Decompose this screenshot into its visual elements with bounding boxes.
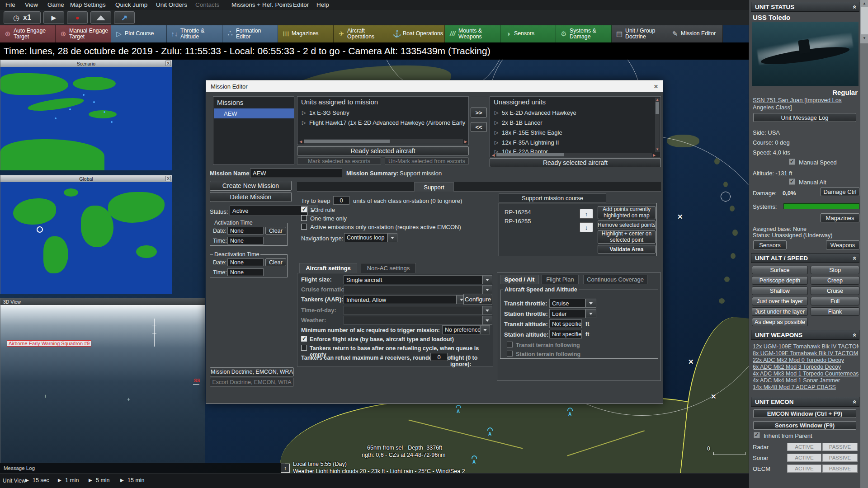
scenario-window[interactable]: Scenario X bbox=[0, 60, 172, 170]
unassigned-unit-item[interactable]: 18x F-15E Strike Eagle bbox=[502, 129, 562, 136]
active-emissions-checkbox[interactable] bbox=[301, 224, 307, 230]
transit-altitude-input[interactable]: Not specifie bbox=[549, 319, 582, 328]
record-button[interactable]: ● bbox=[67, 11, 88, 24]
reference-point-x[interactable]: ✕ bbox=[677, 213, 683, 221]
weapon-link[interactable]: 4x ADC Mk3 Mod 1 Torpedo Countermeasu bbox=[753, 371, 859, 377]
unassigned-unit-item[interactable]: 5x E-2D Advanced Hawkeye bbox=[502, 109, 576, 116]
collapse-icon[interactable]: » bbox=[849, 333, 857, 337]
menu-map-settings[interactable]: Map Settings bbox=[70, 1, 106, 8]
jump-button[interactable]: ↗ bbox=[114, 11, 135, 24]
throttle-cruise-button[interactable]: Cruise bbox=[811, 286, 859, 295]
mission-list-item-selected[interactable]: AEW bbox=[214, 108, 294, 118]
hscroll-left-icon[interactable]: ◀ bbox=[492, 153, 495, 157]
damage-ctrl-button[interactable]: Damage Ctrl bbox=[821, 187, 859, 196]
unit-class-link[interactable]: SSN 751 San Juan [Improved Los Angeles C… bbox=[753, 97, 855, 111]
validate-area-button[interactable]: Validate Area bbox=[598, 245, 656, 253]
play-button[interactable]: ▶ bbox=[43, 11, 64, 24]
reference-point-x[interactable]: ✕ bbox=[711, 393, 717, 401]
transit-throttle-dropdown[interactable]: Cruise bbox=[549, 299, 585, 308]
throttle-creep-button[interactable]: Creep bbox=[811, 276, 859, 285]
vscroll-track[interactable]: ▲ ▼ bbox=[655, 98, 660, 152]
throttle-altitude-button[interactable]: ↑↓Throttle & Altitude bbox=[167, 25, 222, 42]
layers-button[interactable] bbox=[90, 11, 111, 24]
hscroll-thumb[interactable] bbox=[496, 153, 564, 156]
tab-flight-plan[interactable]: Flight Plan bbox=[542, 275, 579, 284]
vscroll-down-icon[interactable]: ▼ bbox=[656, 147, 659, 151]
time-of-day-dropdown[interactable] bbox=[344, 306, 482, 315]
course-point-item[interactable]: RP-16254 bbox=[505, 209, 531, 216]
one-third-rule-checkbox[interactable] bbox=[301, 206, 307, 212]
plot-course-button[interactable]: ▷Plot Course bbox=[111, 25, 167, 42]
vscroll-up-icon[interactable]: ▲ bbox=[656, 98, 659, 102]
menu-missions-refpoints[interactable]: Missions + Ref. Points bbox=[231, 1, 292, 8]
menu-quick-jump[interactable]: Quick Jump bbox=[115, 1, 147, 8]
navigation-type-dropdown-button[interactable] bbox=[387, 233, 397, 242]
sonar-passive-button[interactable]: PASSIVE bbox=[822, 454, 858, 462]
mark-escorts-button[interactable]: Mark selected as escorts bbox=[297, 157, 381, 165]
depth-surface-button[interactable]: Surface bbox=[752, 266, 808, 274]
station-throttle-dropdown[interactable]: Loiter bbox=[549, 309, 585, 318]
time-compression-button[interactable]: ◷ x1 bbox=[4, 11, 41, 24]
manual-speed-checkbox[interactable] bbox=[789, 159, 795, 165]
vscroll-thumb[interactable] bbox=[656, 102, 659, 114]
ready-selected-aircraft-button[interactable]: Ready selected aircraft bbox=[297, 146, 469, 155]
view3d-scene[interactable]: Airborne Early Warning Squadron #9 SS + … bbox=[0, 305, 205, 463]
emcon-window-button[interactable]: EMCON Window (Ctrl + F9) bbox=[753, 409, 856, 418]
expand-icon[interactable]: ▷ bbox=[495, 120, 498, 126]
course-point-item[interactable]: RP-16255 bbox=[505, 218, 531, 225]
try-keep-input[interactable]: 0 bbox=[333, 196, 349, 205]
step-5min[interactable]: 5 min bbox=[96, 477, 110, 483]
mission-editor-button[interactable]: ✎Mission Editor bbox=[667, 25, 723, 42]
oecm-active-button[interactable]: ACTIVE bbox=[787, 465, 821, 473]
deactivation-time-input[interactable]: None bbox=[227, 268, 264, 276]
close-icon[interactable]: × bbox=[654, 83, 658, 90]
submarine-marker[interactable]: SS bbox=[194, 378, 200, 383]
tankers-return-checkbox[interactable] bbox=[301, 345, 307, 351]
weapon-link[interactable]: 6x ADC Mk2 Mod 3 Torpedo Decoy bbox=[753, 364, 859, 370]
sonar-active-button[interactable]: ACTIVE bbox=[787, 454, 821, 462]
throttle-full-button[interactable]: Full bbox=[811, 297, 859, 305]
aircraft-operations-button[interactable]: ✈Aircraft Operations bbox=[334, 25, 389, 42]
manual-engage-target-button[interactable]: ⊕Manual Engage Target bbox=[56, 25, 111, 42]
magazines-button[interactable]: Magazines bbox=[821, 213, 859, 222]
min-aircraft-dropdown-button[interactable] bbox=[480, 325, 490, 334]
step-15sec[interactable]: 15 sec bbox=[33, 477, 49, 483]
tab-non-ac-settings[interactable]: Non-AC settings bbox=[361, 263, 416, 273]
collapse-icon[interactable]: » bbox=[849, 400, 857, 404]
close-icon[interactable]: X bbox=[165, 61, 171, 66]
menu-game[interactable]: Game bbox=[47, 1, 64, 8]
hscroll-right-icon[interactable]: ▶ bbox=[653, 153, 656, 157]
scenario-map[interactable] bbox=[0, 67, 172, 170]
menu-unit-orders[interactable]: Unit Orders bbox=[156, 1, 187, 8]
weapons-button[interactable]: Weapons bbox=[826, 240, 859, 249]
depth-periscope-button[interactable]: Periscope depth bbox=[752, 276, 808, 285]
menu-editor[interactable]: Editor bbox=[293, 1, 309, 8]
close-icon[interactable]: X bbox=[165, 176, 171, 181]
auto-engage-target-button[interactable]: ⊕Auto Engage Target bbox=[0, 25, 56, 42]
unassigned-unit-item[interactable]: 2x B-1B Lancer bbox=[502, 119, 542, 126]
weapon-link[interactable]: 14x Mk48 Mod 7 ADCAP CBASS bbox=[753, 384, 859, 390]
weather-dropdown-button[interactable] bbox=[482, 316, 492, 325]
hscroll-right-icon[interactable]: ▶ bbox=[464, 140, 467, 144]
cruise-formation-dropdown[interactable] bbox=[344, 285, 482, 294]
unit-weapons-header[interactable]: UNIT WEAPONS » bbox=[751, 330, 859, 340]
hscroll-left-icon[interactable]: ◀ bbox=[299, 140, 302, 144]
assigned-unit-item[interactable]: Flight Hawk17 (1x E-2D Advanced Hawkeye … bbox=[309, 119, 467, 126]
radar-active-button[interactable]: ACTIVE bbox=[787, 443, 821, 451]
mission-name-input[interactable]: AEW bbox=[250, 169, 342, 178]
activation-clear-button[interactable]: Clear bbox=[265, 227, 286, 235]
escort-doctrine-button[interactable]: Escort Doctrine, EMCON, WRA bbox=[210, 378, 294, 387]
collapse-icon[interactable]: » bbox=[849, 256, 857, 260]
unit-altspeed-header[interactable]: UNIT ALT / SPEED » bbox=[751, 253, 859, 263]
global-map[interactable] bbox=[0, 182, 172, 294]
formation-editor-button[interactable]: ∴Formation Editor bbox=[222, 25, 278, 42]
weather-dropdown[interactable] bbox=[344, 316, 482, 325]
oecm-passive-button[interactable]: PASSIVE bbox=[822, 465, 858, 473]
depth-under-layer-button[interactable]: Just under the layer bbox=[752, 307, 808, 316]
menu-view[interactable]: View bbox=[25, 1, 38, 8]
sensors-window-button[interactable]: Sensors Window (F9) bbox=[753, 421, 856, 430]
collapse-icon[interactable]: » bbox=[849, 5, 857, 9]
tab-continuous-coverage[interactable]: Continuous Coverage bbox=[583, 275, 647, 284]
view3d-window[interactable]: 3D View Airborne Early Warning Squadron … bbox=[0, 298, 205, 463]
inherit-parent-checkbox[interactable] bbox=[754, 432, 760, 438]
